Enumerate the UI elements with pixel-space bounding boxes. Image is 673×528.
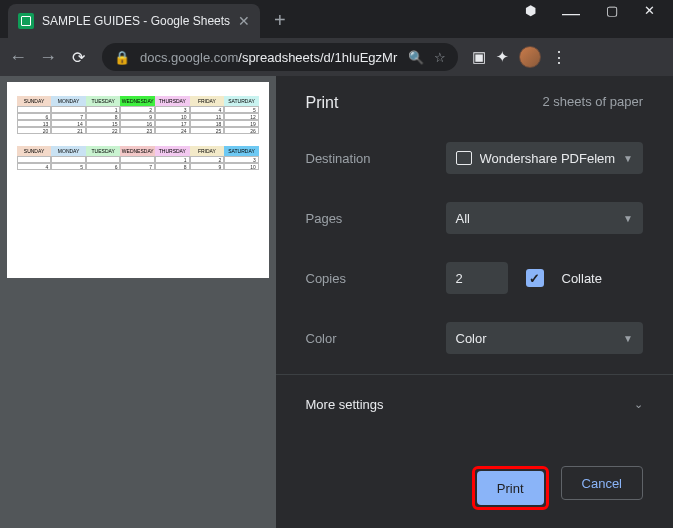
forward-button[interactable]: →	[38, 47, 58, 68]
calendar-preview-1: SUNDAYMONDAYTUESDAYWEDNESDAYTHURSDAYFRID…	[17, 96, 259, 134]
printer-icon	[456, 151, 472, 165]
copies-row: Copies 2 ✓ Collate	[306, 262, 644, 294]
new-tab-button[interactable]: +	[274, 9, 286, 32]
chevron-down-icon: ▼	[623, 153, 633, 164]
cancel-button[interactable]: Cancel	[561, 466, 643, 500]
close-window-button[interactable]: ✕	[644, 3, 655, 24]
collate-checkbox[interactable]: ✓	[526, 269, 544, 287]
print-preview-pane: SUNDAYMONDAYTUESDAYWEDNESDAYTHURSDAYFRID…	[0, 76, 276, 528]
browser-titlebar: SAMPLE GUIDES - Google Sheets ✕ + ⬢ — ▢ …	[0, 0, 673, 38]
sheet-count: 2 sheets of paper	[543, 94, 643, 112]
extensions-icon[interactable]: ✦	[496, 48, 509, 66]
panel-title: Print	[306, 94, 339, 112]
pages-row: Pages All ▼	[306, 202, 644, 234]
pages-label: Pages	[306, 211, 446, 226]
color-value: Color	[456, 331, 487, 346]
pages-select[interactable]: All ▼	[446, 202, 644, 234]
minimize-button[interactable]: —	[562, 3, 580, 24]
destination-select[interactable]: Wondershare PDFelem ▼	[446, 142, 644, 174]
back-button[interactable]: ←	[8, 47, 28, 68]
action-buttons: Print Cancel	[472, 466, 643, 510]
sheets-icon	[18, 13, 34, 29]
lock-icon: 🔒	[114, 50, 130, 65]
print-button[interactable]: Print	[477, 471, 544, 505]
chevron-down-icon: ⌄	[634, 398, 643, 411]
chevron-down-icon: ▼	[623, 333, 633, 344]
copies-input[interactable]: 2	[446, 262, 508, 294]
star-icon[interactable]: ☆	[434, 50, 446, 65]
color-select[interactable]: Color ▼	[446, 322, 644, 354]
print-panel: Print 2 sheets of paper Destination Wond…	[276, 76, 674, 528]
zoom-icon[interactable]: 🔍	[408, 50, 424, 65]
browser-toolbar: ← → ⟳ 🔒 docs.google.com/spreadsheets/d/1…	[0, 38, 673, 76]
panel-header: Print 2 sheets of paper	[306, 94, 644, 112]
collate-label: Collate	[562, 271, 602, 286]
maximize-button[interactable]: ▢	[606, 3, 618, 24]
copies-label: Copies	[306, 271, 446, 286]
destination-value: Wondershare PDFelem	[480, 151, 616, 166]
browser-tab[interactable]: SAMPLE GUIDES - Google Sheets ✕	[8, 4, 260, 38]
color-row: Color Color ▼	[306, 322, 644, 354]
page-thumbnail[interactable]: SUNDAYMONDAYTUESDAYWEDNESDAYTHURSDAYFRID…	[7, 82, 269, 278]
profile-avatar[interactable]	[519, 46, 541, 68]
window-controls: ⬢ — ▢ ✕	[525, 3, 673, 38]
url-text: docs.google.com/spreadsheets/d/1hIuEgzMr…	[140, 50, 398, 65]
content-area: SUNDAYMONDAYTUESDAYWEDNESDAYTHURSDAYFRID…	[0, 76, 673, 528]
shield-icon[interactable]: ⬢	[525, 3, 536, 24]
calendar-preview-2: SUNDAYMONDAYTUESDAYWEDNESDAYTHURSDAYFRID…	[17, 146, 259, 170]
color-label: Color	[306, 331, 446, 346]
more-settings-label: More settings	[306, 397, 384, 412]
print-button-highlight: Print	[472, 466, 549, 510]
destination-row: Destination Wondershare PDFelem ▼	[306, 142, 644, 174]
more-settings-toggle[interactable]: More settings ⌄	[306, 375, 644, 434]
pages-value: All	[456, 211, 470, 226]
destination-label: Destination	[306, 151, 446, 166]
address-bar[interactable]: 🔒 docs.google.com/spreadsheets/d/1hIuEgz…	[102, 43, 458, 71]
chevron-down-icon: ▼	[623, 213, 633, 224]
tab-title: SAMPLE GUIDES - Google Sheets	[42, 14, 230, 28]
clipboard-icon[interactable]: ▣	[472, 48, 486, 66]
copies-value: 2	[456, 271, 463, 286]
close-icon[interactable]: ✕	[238, 13, 250, 29]
reload-button[interactable]: ⟳	[68, 48, 88, 67]
menu-button[interactable]: ⋮	[551, 48, 567, 67]
